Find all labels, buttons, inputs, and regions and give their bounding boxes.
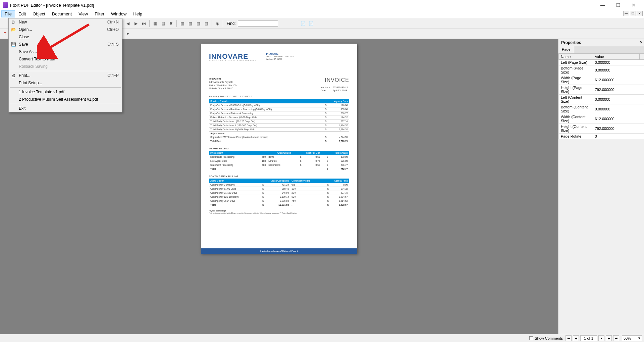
text-tool-icon[interactable]: T: [1, 30, 9, 38]
services-table: Services ProvidedAgency Fees Early Out S…: [209, 99, 349, 143]
find-prev-icon[interactable]: 📄: [300, 20, 307, 27]
menu-edit[interactable]: Edit: [15, 10, 29, 17]
dropdown-toggle[interactable]: ▾: [124, 30, 131, 38]
menu-file[interactable]: File: [1, 10, 15, 17]
menu-save[interactable]: 💾 SaveCtrl+S: [9, 41, 122, 48]
first-page-button[interactable]: ⏮: [566, 335, 572, 341]
menu-object[interactable]: Object: [29, 10, 49, 17]
app-icon: [3, 2, 8, 8]
find-next-icon[interactable]: 📄: [308, 20, 315, 27]
toolbar-btn-7[interactable]: ▥: [203, 20, 210, 27]
menu-view[interactable]: View: [75, 10, 91, 17]
open-icon: 📂: [11, 27, 16, 32]
prev-page-icon[interactable]: ◀: [124, 20, 131, 27]
show-comments-checkbox[interactable]: [529, 336, 533, 340]
menu-close[interactable]: Close: [9, 33, 122, 41]
menu-print[interactable]: 🖨 Print...Ctrl+P: [9, 72, 122, 79]
close-button[interactable]: ✕: [626, 0, 641, 10]
zoom-select[interactable]: 50%▾: [622, 335, 642, 341]
properties-panel: Properties ✕ Page NameValue Left (Page S…: [558, 39, 644, 334]
page-footer: Invoice | www.InnovarePRM.com | Page 1: [201, 248, 357, 254]
print-icon: 🖨: [11, 73, 16, 78]
minimize-button[interactable]: —: [595, 0, 610, 10]
contingency-table: Aging Bucket Gross Collections Contingen…: [209, 179, 349, 207]
menu-rollback: Rollback Saving: [9, 63, 122, 70]
new-icon: 🗋: [11, 19, 16, 25]
menu-new[interactable]: 🗋 NewCtrl+N: [9, 18, 122, 26]
window-title: Foxit PDF Editor - [Invoice Template v1.…: [10, 3, 94, 8]
prev-page-button[interactable]: ◀: [573, 335, 579, 341]
toolbar-btn-2[interactable]: ▤: [159, 20, 167, 27]
toolbar-btn-1[interactable]: ▦: [151, 20, 159, 27]
menu-print-setup[interactable]: Print Setup...: [9, 79, 122, 87]
menu-filter[interactable]: Filter: [91, 10, 108, 17]
menu-exit[interactable]: Exit: [9, 105, 122, 112]
toolbar-btn-3[interactable]: ✖: [167, 20, 175, 27]
menu-document[interactable]: Document: [49, 10, 75, 17]
page-indicator[interactable]: 1 of 1: [580, 335, 597, 341]
next-page-button[interactable]: ▶: [606, 335, 612, 341]
mdi-minimize[interactable]: —: [623, 11, 629, 16]
menu-save-as[interactable]: Save As...: [9, 48, 122, 55]
find-input[interactable]: [238, 20, 278, 27]
properties-table: NameValue Left (Page Size)0.000000Bottom…: [558, 54, 644, 139]
show-comments-label: Show Comments: [535, 336, 563, 340]
logo-text: INNOVARE: [209, 52, 256, 60]
last-page-icon[interactable]: ⏭: [140, 20, 148, 27]
toolbar-btn-8[interactable]: ◉: [214, 20, 221, 27]
file-menu-dropdown: 🗋 NewCtrl+N 📂 Open...Ctrl+O Close 💾 Save…: [8, 18, 122, 112]
mdi-restore[interactable]: ❐: [630, 11, 636, 16]
toolbar-btn-5[interactable]: ▥: [186, 20, 194, 27]
find-label: Find:: [227, 21, 236, 26]
save-icon: 💾: [11, 42, 16, 47]
menu-open[interactable]: 📂 Open...Ctrl+O: [9, 26, 122, 33]
panel-close-icon[interactable]: ✕: [638, 40, 644, 45]
toolbar-btn-4[interactable]: ▥: [178, 20, 186, 27]
panel-title: Properties: [558, 40, 638, 45]
menu-recent-1[interactable]: 1 Invoice Template v1.pdf: [9, 88, 122, 96]
menu-convert-text-to-path[interactable]: Convert Text to Path: [9, 55, 122, 63]
logo-sub: PATIENT RELATIONSHIP MANAGEMENT: [209, 60, 256, 61]
pdf-page[interactable]: INNOVARE PATIENT RELATIONSHIP MANAGEMENT…: [201, 44, 357, 254]
mdi-close[interactable]: ✕: [637, 11, 643, 16]
usage-table: Invoice Item Units Utilized Cost Per Uni…: [209, 151, 349, 171]
last-page-button[interactable]: ⏭: [613, 335, 619, 341]
menu-recent-2[interactable]: 2 Productive Muslim Self Assessment v1.p…: [9, 96, 122, 103]
panel-tab-page[interactable]: Page: [558, 46, 574, 53]
invoice-title: INVOICE: [319, 77, 349, 83]
menu-help[interactable]: Help: [130, 10, 146, 17]
page-dropdown[interactable]: ▾: [598, 335, 604, 341]
toolbar-btn-6[interactable]: ▥: [195, 20, 202, 27]
menu-window[interactable]: Window: [108, 10, 130, 17]
maximize-button[interactable]: ❐: [610, 0, 626, 10]
next-page-icon[interactable]: ▶: [132, 20, 140, 27]
